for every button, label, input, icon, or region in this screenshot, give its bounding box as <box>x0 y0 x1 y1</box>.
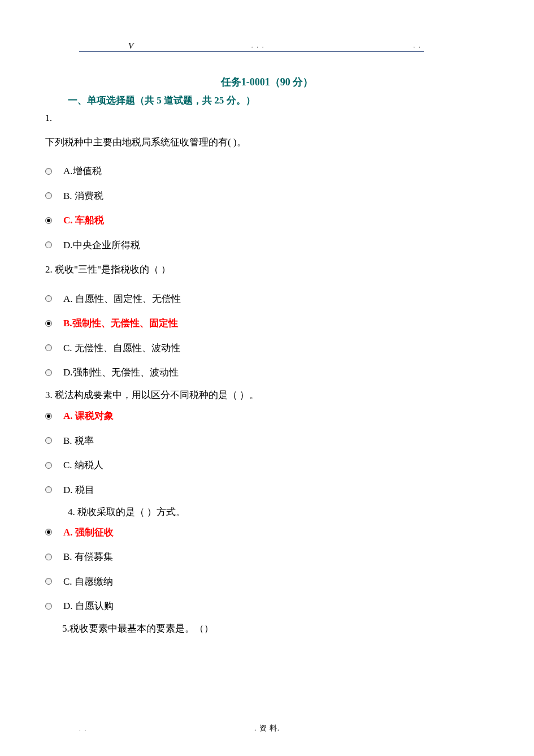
option-label: D.强制性、无偿性、波动性 <box>63 365 179 380</box>
radio-unselected-icon[interactable] <box>45 603 52 610</box>
footer-text: . 资 料. <box>254 724 280 732</box>
content: 任务1-0001（90 分） 一、单项选择题（共 5 道试题，共 25 分。） … <box>45 52 489 636</box>
page: V . . . . . 任务1-0001（90 分） 一、单项选择题（共 5 道… <box>45 40 489 641</box>
radio-selected-icon[interactable] <box>45 320 52 327</box>
radio-unselected-icon[interactable] <box>45 462 52 469</box>
q2-option-c[interactable]: C. 无偿性、自愿性、波动性 <box>45 341 489 356</box>
option-label: C. 车船税 <box>63 213 104 228</box>
option-label: D. 自愿认购 <box>63 599 114 614</box>
radio-selected-icon[interactable] <box>45 217 52 224</box>
q5-text: 5.税收要素中最基本的要素是。（） <box>62 621 489 636</box>
q3-option-d[interactable]: D. 税目 <box>45 483 489 498</box>
task-title: 任务1-0001（90 分） <box>45 75 489 90</box>
option-label: A.增值税 <box>63 164 102 179</box>
q1-number: 1. <box>45 111 489 125</box>
q1-option-d[interactable]: D.中央企业所得税 <box>45 238 489 253</box>
radio-unselected-icon[interactable] <box>45 192 52 199</box>
q4-text: 4. 税收采取的是（ ）方式。 <box>68 505 489 520</box>
header-dots1: . . . <box>251 41 265 50</box>
radio-unselected-icon[interactable] <box>45 554 52 560</box>
q2-option-d[interactable]: D.强制性、无偿性、波动性 <box>45 365 489 380</box>
radio-unselected-icon[interactable] <box>45 486 52 493</box>
option-label: B. 有偿募集 <box>63 550 113 564</box>
radio-unselected-icon[interactable] <box>45 369 52 376</box>
radio-unselected-icon[interactable] <box>45 578 52 585</box>
q3-option-c[interactable]: C. 纳税人 <box>45 458 489 473</box>
header-v: V <box>128 40 133 53</box>
q3-option-a[interactable]: A. 课税对象 <box>45 409 489 424</box>
option-label: B. 税率 <box>63 434 94 448</box>
option-label: B. 消费税 <box>63 189 103 204</box>
q3-text: 3. 税法构成要素中，用以区分不同税种的是（ ）。 <box>45 388 489 403</box>
q4-option-d[interactable]: D. 自愿认购 <box>45 599 489 614</box>
option-label: D.中央企业所得税 <box>63 238 140 253</box>
radio-unselected-icon[interactable] <box>45 344 52 351</box>
radio-selected-icon[interactable] <box>45 529 52 535</box>
q4-option-a[interactable]: A. 强制征收 <box>45 525 489 540</box>
q2-option-a[interactable]: A. 自愿性、固定性、无偿性 <box>45 292 489 306</box>
page-header-rule: V . . . . . <box>79 40 424 52</box>
q2-text: 2. 税收"三性"是指税收的（ ） <box>45 262 489 277</box>
q1-option-c[interactable]: C. 车船税 <box>45 213 489 228</box>
option-label: C. 纳税人 <box>63 458 103 473</box>
option-label: C. 无偿性、自愿性、波动性 <box>63 341 180 356</box>
section-heading: 一、单项选择题（共 5 道试题，共 25 分。） <box>68 93 489 108</box>
q1-text: 下列税种中主要由地税局系统征收管理的有( )。 <box>45 135 489 150</box>
radio-unselected-icon[interactable] <box>45 437 52 444</box>
q1-option-b[interactable]: B. 消费税 <box>45 189 489 204</box>
radio-unselected-icon[interactable] <box>45 241 52 248</box>
option-label: B.强制性、无偿性、固定性 <box>63 316 178 331</box>
q1-option-a[interactable]: A.增值税 <box>45 164 489 179</box>
radio-selected-icon[interactable] <box>45 413 52 420</box>
page-footer: . 资 料. <box>0 723 534 734</box>
option-label: A. 强制征收 <box>63 525 114 540</box>
q4-option-b[interactable]: B. 有偿募集 <box>45 550 489 564</box>
q3-option-b[interactable]: B. 税率 <box>45 434 489 448</box>
option-label: D. 税目 <box>63 483 94 498</box>
option-label: A. 自愿性、固定性、无偿性 <box>63 292 181 306</box>
radio-unselected-icon[interactable] <box>45 295 52 302</box>
option-label: A. 课税对象 <box>63 409 114 424</box>
q2-option-b[interactable]: B.强制性、无偿性、固定性 <box>45 316 489 331</box>
header-dots2: . . <box>414 41 422 50</box>
radio-unselected-icon[interactable] <box>45 168 52 175</box>
option-label: C. 自愿缴纳 <box>63 574 113 589</box>
q4-option-c[interactable]: C. 自愿缴纳 <box>45 574 489 589</box>
